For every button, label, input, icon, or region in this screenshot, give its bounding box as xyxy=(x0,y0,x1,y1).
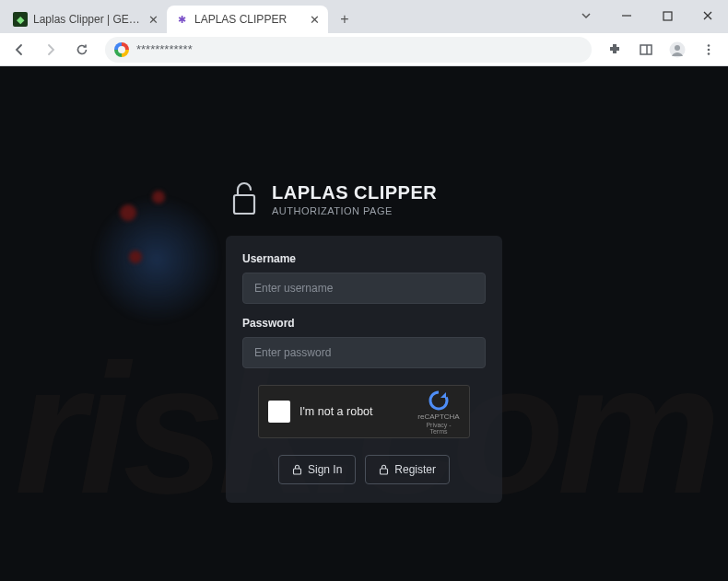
password-label: Password xyxy=(242,317,486,330)
address-bar-text: ************ xyxy=(136,42,193,56)
tab-close-icon[interactable]: ✕ xyxy=(147,14,159,26)
svg-rect-2 xyxy=(640,45,652,54)
side-panel-button[interactable] xyxy=(632,36,660,64)
username-input[interactable] xyxy=(242,273,486,304)
register-button[interactable]: Register xyxy=(365,455,450,484)
lock-icon xyxy=(379,464,389,475)
browser-toolbar: ************ xyxy=(0,33,728,66)
svg-rect-9 xyxy=(234,195,254,214)
brand-title: LAPLAS CLIPPER xyxy=(272,182,437,203)
brand-subtitle: AUTHORIZATION PAGE xyxy=(272,205,437,216)
window-close-button[interactable] xyxy=(687,0,728,31)
signin-button[interactable]: Sign In xyxy=(278,455,356,484)
signin-button-label: Sign In xyxy=(308,463,342,476)
svg-point-8 xyxy=(708,52,710,55)
password-field: Password xyxy=(242,317,486,368)
recaptcha-checkbox[interactable] xyxy=(268,401,290,423)
recaptcha-legal: Privacy - Terms xyxy=(417,422,460,435)
profile-avatar-button[interactable] xyxy=(663,36,691,64)
username-label: Username xyxy=(242,252,486,265)
tab-title: Laplas Clipper | GENERATION OF xyxy=(33,13,141,26)
google-icon xyxy=(114,42,129,57)
auth-header: LAPLAS CLIPPER AUTHORIZATION PAGE xyxy=(226,180,502,217)
new-tab-button[interactable]: + xyxy=(332,6,358,32)
username-field: Username xyxy=(242,252,486,304)
svg-point-6 xyxy=(708,44,710,47)
recaptcha-badge: reCAPTCHA Privacy - Terms xyxy=(417,389,460,435)
lock-icon xyxy=(292,464,302,475)
bg-decoration xyxy=(92,195,221,324)
address-bar[interactable]: ************ xyxy=(105,37,592,63)
window-minimize-button[interactable] xyxy=(606,0,647,31)
svg-point-5 xyxy=(675,45,680,51)
tab-close-icon[interactable]: ✕ xyxy=(308,14,321,26)
tab-favicon-icon: ◆ xyxy=(13,12,28,27)
bg-decoration xyxy=(129,250,142,263)
svg-rect-11 xyxy=(381,469,388,474)
window-maximize-button[interactable] xyxy=(647,0,687,31)
svg-rect-10 xyxy=(293,469,300,474)
extensions-button[interactable] xyxy=(601,36,628,64)
page-viewport: risk.com LAPLAS CLIPPER AUTHORIZATION PA… xyxy=(0,66,728,581)
recaptcha-icon xyxy=(427,389,451,413)
svg-rect-1 xyxy=(663,12,672,20)
bg-decoration xyxy=(152,191,165,203)
browser-tab-1[interactable]: ✱ LAPLAS CLIPPER ✕ xyxy=(167,6,328,33)
tabs-menu-button[interactable] xyxy=(566,0,606,31)
bg-decoration xyxy=(120,204,136,221)
recaptcha-label: I'm not a robot xyxy=(299,405,408,418)
window-titlebar: ◆ Laplas Clipper | GENERATION OF ✕ ✱ LAP… xyxy=(0,0,728,33)
browser-tab-0[interactable]: ◆ Laplas Clipper | GENERATION OF ✕ xyxy=(6,6,167,33)
nav-forward-button[interactable] xyxy=(37,36,65,64)
tab-title: LAPLAS CLIPPER xyxy=(194,13,302,26)
recaptcha-brand: reCAPTCHA xyxy=(417,413,460,422)
window-controls xyxy=(566,0,728,31)
button-row: Sign In Register xyxy=(242,455,486,484)
recaptcha-widget[interactable]: I'm not a robot reCAPTCHA Privacy - Term… xyxy=(258,385,470,438)
login-panel: Username Password I'm not a robot xyxy=(226,236,502,503)
svg-point-7 xyxy=(708,48,710,51)
nav-reload-button[interactable] xyxy=(68,36,96,64)
register-button-label: Register xyxy=(394,463,436,476)
tab-favicon-icon: ✱ xyxy=(174,12,189,27)
password-input[interactable] xyxy=(242,337,486,368)
browser-menu-button[interactable] xyxy=(695,36,722,64)
lock-open-icon xyxy=(229,180,259,217)
nav-back-button[interactable] xyxy=(6,36,33,64)
auth-card: LAPLAS CLIPPER AUTHORIZATION PAGE Userna… xyxy=(226,180,502,503)
